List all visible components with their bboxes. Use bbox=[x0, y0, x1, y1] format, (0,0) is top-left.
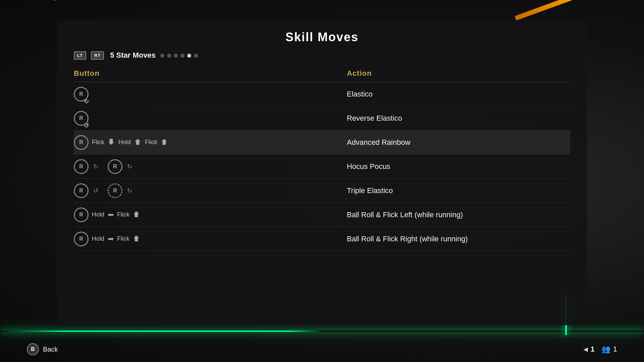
tab-dot-1[interactable] bbox=[160, 54, 164, 58]
action-cell: Ball Roll & Flick Left (while running) bbox=[347, 208, 570, 222]
moves-list: R Elastico R Reverse Elastico → R Flick … bbox=[74, 82, 570, 251]
hold-label: Hold bbox=[92, 235, 104, 242]
table-row[interactable]: → R Flick 🡇 Hold 🡅 Flick 🡅 Advanced Rain… bbox=[74, 130, 570, 155]
category-label: 5 Star Moves bbox=[110, 51, 156, 60]
up-arrow-icon: 🡅 bbox=[133, 210, 140, 219]
button-cell: R Hold ⬅ Flick 🡅 bbox=[74, 205, 347, 225]
back-label: Back bbox=[43, 346, 58, 353]
table-row[interactable]: R Reverse Elastico bbox=[74, 106, 570, 130]
button-cell: R ↺ R ↻ bbox=[74, 181, 347, 201]
table-row[interactable]: R ↻ R ↻ Hocus Pocus bbox=[74, 155, 570, 179]
up-arrow-icon-2: 🡅 bbox=[161, 138, 168, 147]
player-count-label: 1 bbox=[613, 345, 617, 354]
table-row[interactable]: R Hold ➡ Flick 🡅 Ball Roll & Flick Right… bbox=[74, 227, 570, 251]
tab-dot-2[interactable] bbox=[167, 54, 171, 58]
pager-prev-icon[interactable]: ◀ bbox=[583, 346, 588, 353]
action-cell: Elastico bbox=[347, 87, 570, 101]
players-count: 👥 1 bbox=[601, 345, 617, 354]
r-stick-icon: R bbox=[74, 111, 89, 126]
bottom-right: ◀ 1 👥 1 bbox=[583, 345, 618, 354]
flick-label-1: Flick bbox=[92, 139, 104, 146]
action-column-header: Action bbox=[347, 69, 570, 78]
hold-label: Hold bbox=[92, 211, 104, 218]
tab-dot-6[interactable] bbox=[194, 54, 198, 58]
player-icon: 👥 bbox=[601, 345, 610, 354]
r-stick-icon: R bbox=[74, 207, 89, 222]
tab-dot-4[interactable] bbox=[180, 54, 184, 58]
page-number: 1 bbox=[591, 345, 595, 354]
button-column-header: Button bbox=[74, 69, 347, 78]
rt-button[interactable]: RT bbox=[91, 51, 104, 60]
right-arrow-icon: ➡ bbox=[108, 235, 114, 243]
r-stick-icon-a: R bbox=[74, 159, 89, 174]
bottom-bar: B Back ◀ 1 👥 1 bbox=[27, 343, 617, 355]
table-row[interactable]: R ↺ R ↻ Triple Elastico bbox=[74, 179, 570, 203]
page-title: Skill Moves bbox=[74, 30, 570, 44]
r-stick-icon-b: R bbox=[108, 159, 122, 174]
flick-label: Flick bbox=[117, 235, 129, 242]
button-cell: → R Flick 🡇 Hold 🡅 Flick 🡅 bbox=[74, 132, 347, 153]
nav-row: LT RT 5 Star Moves bbox=[74, 51, 570, 60]
left-arrow-icon: ⬅ bbox=[108, 210, 114, 219]
b-button-icon: B bbox=[27, 343, 39, 355]
action-cell: Triple Elastico bbox=[347, 184, 570, 198]
action-cell: Hocus Pocus bbox=[347, 160, 570, 174]
flick-label: Flick bbox=[117, 211, 129, 218]
up-arrow-icon-1: 🡅 bbox=[134, 138, 142, 147]
deco-green-line-bottom bbox=[0, 330, 644, 332]
table-row[interactable]: R Hold ⬅ Flick 🡅 Ball Roll & Flick Left … bbox=[74, 203, 570, 227]
button-cell: R bbox=[74, 84, 347, 104]
tab-dot-3[interactable] bbox=[174, 54, 178, 58]
down-arrow-icon: 🡇 bbox=[108, 138, 115, 147]
back-button[interactable]: B Back bbox=[27, 343, 58, 355]
hold-label: Hold bbox=[118, 139, 131, 146]
flick-label-2: Flick bbox=[145, 139, 157, 146]
r-stick-icon: R bbox=[74, 87, 89, 102]
table-row[interactable]: R Elastico bbox=[74, 82, 570, 106]
action-cell: Ball Roll & Flick Right (while running) bbox=[347, 232, 570, 246]
tab-dots bbox=[160, 54, 198, 58]
button-cell: R bbox=[74, 108, 347, 128]
r-stick-icon: R bbox=[74, 232, 89, 246]
main-panel: Skill Moves LT RT 5 Star Moves Button Ac… bbox=[57, 20, 587, 325]
action-cell: Advanced Rainbow bbox=[347, 135, 570, 149]
columns-header: Button Action bbox=[74, 69, 570, 78]
lt-button[interactable]: LT bbox=[74, 51, 86, 60]
up-arrow-icon: 🡅 bbox=[133, 235, 140, 243]
r-stick-icon: R bbox=[74, 135, 89, 150]
r-stick-icon-a: R bbox=[74, 183, 89, 198]
tab-dot-5[interactable] bbox=[187, 54, 191, 58]
action-cell: Reverse Elastico bbox=[347, 111, 570, 125]
pager: ◀ 1 bbox=[583, 345, 595, 354]
button-cell: R ↻ R ↻ bbox=[74, 157, 347, 177]
button-cell: R Hold ➡ Flick 🡅 bbox=[74, 229, 347, 249]
r-stick-icon-b: R bbox=[108, 183, 122, 198]
